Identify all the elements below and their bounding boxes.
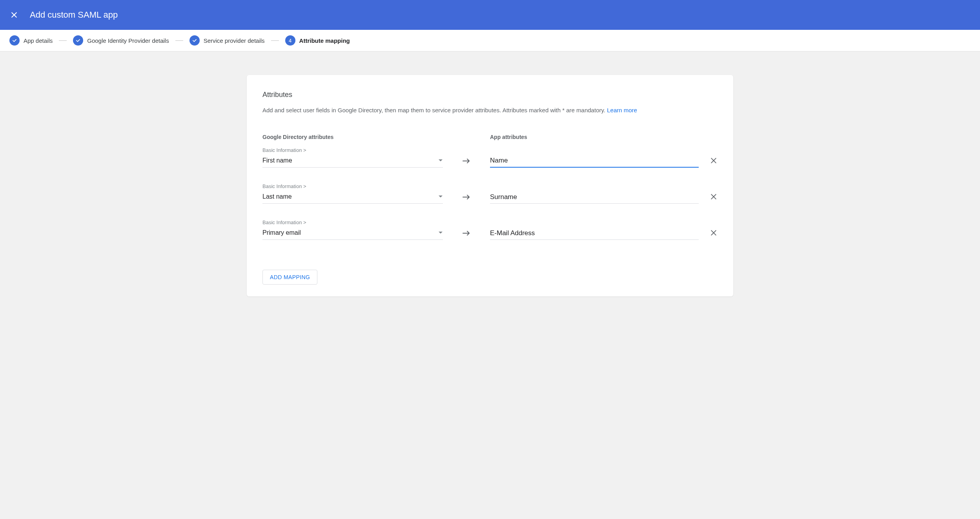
mapping-row: Basic Information > Primary email [262,219,718,240]
description-text: Add and select user fields in Google Dir… [262,107,607,113]
remove-mapping-button[interactable] [710,193,718,202]
step-idp-details[interactable]: Google Identity Provider details [73,35,169,46]
page-title: Add custom SAML app [30,10,118,20]
mapping-row: Basic Information > Last name [262,183,718,204]
right-column-title: App attributes [490,134,527,140]
step-label: Attribute mapping [299,37,350,44]
close-icon [710,229,718,237]
directory-attribute-value: Primary email [262,229,301,236]
step-separator [271,40,279,41]
mapping-row: Basic Information > First name [262,147,718,168]
step-label: Service provider details [204,37,265,44]
step-label: Google Identity Provider details [87,37,169,44]
app-attribute-field [490,192,718,204]
step-sp-details[interactable]: Service provider details [189,35,265,46]
directory-attribute-field: Basic Information > Primary email [262,219,443,240]
step-separator [59,40,67,41]
directory-attribute-field: Basic Information > First name [262,147,443,168]
directory-attribute-value: First name [262,157,292,164]
close-icon [10,11,18,19]
directory-category-label: Basic Information > [262,219,443,225]
app-attribute-field [490,155,718,168]
arrow-right-icon [443,230,490,240]
left-column-title: Google Directory attributes [262,134,333,140]
directory-attribute-select[interactable]: First name [262,155,443,168]
directory-attribute-value: Last name [262,193,292,200]
arrow-right-icon [443,158,490,168]
directory-category-label: Basic Information > [262,147,443,153]
section-heading: Attributes [262,91,718,99]
chevron-down-icon [438,159,443,162]
step-separator [175,40,183,41]
step-number-icon: 4 [285,35,295,46]
remove-mapping-button[interactable] [710,229,718,238]
section-description: Add and select user fields in Google Dir… [262,106,718,115]
directory-attribute-select[interactable]: Last name [262,192,443,204]
content-area: Attributes Add and select user fields in… [0,51,980,312]
learn-more-link[interactable]: Learn more [607,107,637,113]
close-icon [710,193,718,201]
step-label: App details [24,37,53,44]
app-attribute-input[interactable] [490,228,699,240]
close-icon [710,157,718,164]
remove-mapping-button[interactable] [710,157,718,166]
directory-attribute-select[interactable]: Primary email [262,228,443,240]
chevron-down-icon [438,231,443,234]
step-check-icon [189,35,200,46]
header-bar: Add custom SAML app [0,0,980,30]
step-app-details[interactable]: App details [9,35,53,46]
app-attribute-field [490,228,718,240]
attributes-card: Attributes Add and select user fields in… [247,75,733,296]
columns-header: Google Directory attributes App attribut… [262,134,718,140]
step-check-icon [73,35,83,46]
stepper: App details Google Identity Provider det… [0,30,980,51]
close-button[interactable] [9,10,19,20]
step-check-icon [9,35,20,46]
add-mapping-button[interactable]: ADD MAPPING [262,270,317,285]
step-attribute-mapping[interactable]: 4 Attribute mapping [285,35,350,46]
directory-category-label: Basic Information > [262,183,443,189]
arrow-right-icon [443,194,490,204]
app-attribute-input[interactable] [490,155,699,168]
chevron-down-icon [438,195,443,198]
directory-attribute-field: Basic Information > Last name [262,183,443,204]
app-attribute-input[interactable] [490,192,699,204]
